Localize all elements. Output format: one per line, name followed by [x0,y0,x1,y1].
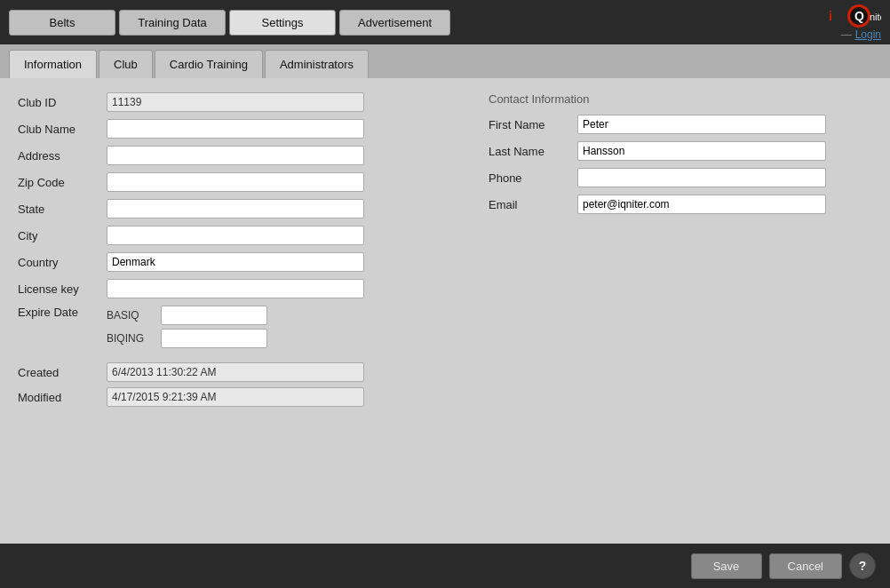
expire-basiq-input[interactable] [161,306,267,325]
help-button[interactable]: ? [849,552,876,579]
expire-biqing-input[interactable] [161,329,267,348]
club-id-label: Club ID [18,96,107,109]
zip-code-input[interactable] [107,172,364,192]
license-key-input[interactable] [107,279,364,298]
phone-row: Phone [489,168,872,187]
expire-basiq-label: BASIQ [107,309,155,322]
tab-information[interactable]: Information [9,50,97,78]
svg-text:Q: Q [854,9,864,23]
save-button[interactable]: Save [691,553,762,579]
expire-date-row: Expire Date BASIQ BIQING [18,306,462,348]
tab-cardio-training[interactable]: Cardio Training [155,50,263,78]
expire-biqing-row: BIQING [107,329,267,348]
created-label: Created [18,366,107,379]
expire-date-label: Expire Date [18,306,107,319]
tab-advertisement[interactable]: Advertisement [339,10,450,36]
last-name-row: Last Name [489,141,872,161]
created-input [107,362,364,382]
tab-belts[interactable]: Belts [9,10,115,36]
country-input[interactable] [107,252,364,272]
svg-text:i: i [829,9,832,23]
expire-date-group: BASIQ BIQING [107,306,267,348]
first-name-label: First Name [489,118,577,131]
country-row: Country [18,252,462,272]
club-id-row: Club ID [18,92,462,112]
license-key-row: License key [18,279,462,298]
license-key-label: License key [18,282,107,296]
city-row: City [18,226,462,245]
state-input[interactable] [107,199,364,219]
logo-container: Q i niter [823,4,881,28]
top-bar: Belts Training Data Settings Advertiseme… [0,0,890,44]
expire-biqing-label: BIQING [107,332,155,345]
zip-code-label: Zip Code [18,176,107,189]
club-id-input[interactable] [107,92,364,112]
sub-tabs-bar: Information Club Cardio Training Adminis… [0,44,890,78]
app-logo: Q i niter [823,4,881,28]
created-row: Created [18,362,462,382]
main-content: Club ID Club Name Address Zip Code State… [0,78,890,544]
club-name-label: Club Name [18,123,107,136]
svg-text:niter: niter [870,12,881,22]
login-link[interactable]: Login [855,28,881,41]
first-name-row: First Name [489,115,872,134]
modified-row: Modified [18,387,462,407]
tab-administrators[interactable]: Administrators [265,50,369,78]
phone-label: Phone [489,171,577,185]
left-panel: Club ID Club Name Address Zip Code State… [18,92,462,529]
last-name-input[interactable] [577,141,826,161]
address-label: Address [18,149,107,163]
city-label: City [18,229,107,242]
email-input[interactable] [577,195,826,214]
first-name-input[interactable] [577,115,826,134]
email-row: Email [489,195,872,214]
bottom-bar: Save Cancel ? [0,544,890,588]
address-input[interactable] [107,146,364,165]
state-label: State [18,203,107,216]
club-name-row: Club Name [18,119,462,139]
email-label: Email [489,198,577,211]
cancel-button[interactable]: Cancel [769,553,842,579]
right-panel: Contact Information First Name Last Name… [489,92,872,529]
tab-settings[interactable]: Settings [229,10,336,36]
phone-input[interactable] [577,168,826,187]
country-label: Country [18,256,107,269]
logo-area: Q i niter — Login [823,4,881,41]
club-name-input[interactable] [107,119,364,139]
tab-club[interactable]: Club [99,50,153,78]
modified-input [107,387,364,407]
modified-label: Modified [18,391,107,404]
contact-section-title: Contact Information [489,92,872,106]
state-row: State [18,199,462,219]
tab-training-data[interactable]: Training Data [119,10,226,36]
zip-code-row: Zip Code [18,172,462,192]
last-name-label: Last Name [489,145,577,158]
address-row: Address [18,146,462,165]
city-input[interactable] [107,226,364,245]
expire-basiq-row: BASIQ [107,306,267,325]
